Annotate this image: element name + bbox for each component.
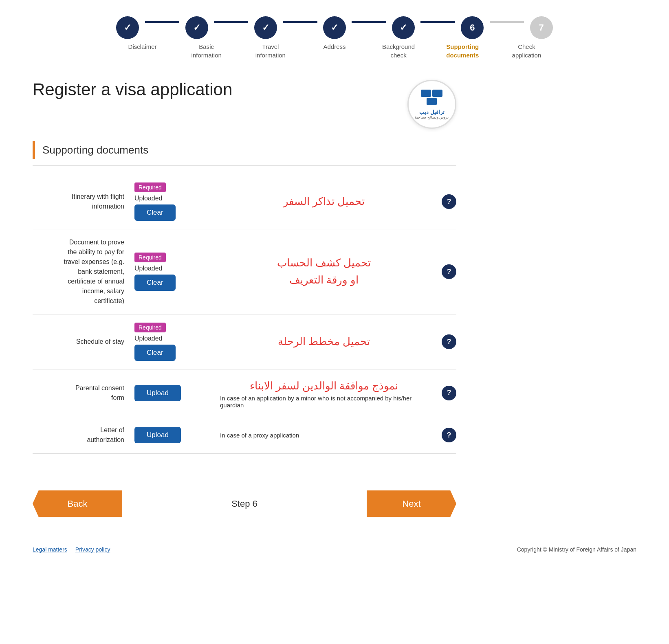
step-label-6: Supportingdocuments (431, 42, 495, 59)
step-item-4: ✓ (317, 16, 352, 39)
uploaded-text-schedule-stay: Uploaded (134, 335, 163, 342)
doc-help-itinerary: ? (436, 194, 456, 209)
required-badge-bank-statement: Required (134, 253, 166, 262)
doc-action-btn-letter-authorization[interactable]: Upload (134, 427, 181, 443)
progress-section: ✓✓✓✓✓67 DisclaimerBasicinformationTravel… (0, 0, 669, 72)
back-button[interactable]: Back (33, 490, 122, 517)
steps-labels-row: DisclaimerBasicinformationTravelinformat… (110, 42, 559, 59)
steps-row: ✓✓✓✓✓67 (110, 16, 559, 39)
doc-name-parental-consent: Parental consentform (33, 383, 130, 403)
step-connector-5 (420, 21, 455, 23)
doc-row-bank-statement: Document to provethe ability to pay fort… (33, 229, 456, 314)
help-btn-parental-consent[interactable]: ? (442, 386, 456, 400)
doc-center-bank-statement: تحميل كشف الحساباو ورقة التعريف (212, 255, 436, 288)
doc-action-btn-parental-consent[interactable]: Upload (134, 385, 181, 401)
step-label-3: Travelinformation (238, 42, 302, 59)
orange-bar (33, 141, 35, 159)
uploaded-text-bank-statement: Uploaded (134, 265, 163, 272)
step-circle-5: ✓ (392, 16, 415, 39)
logo: ترافيل ديب دروس ونصائح سياحية (407, 80, 456, 129)
bottom-nav: Back Step 6 Next (0, 478, 489, 530)
step-circle-7: 7 (530, 16, 553, 39)
doc-status-area-schedule-stay: RequiredUploadedClear (130, 323, 212, 361)
doc-row-parental-consent: Parental consentformUploadنموذج موافقة ا… (33, 369, 456, 417)
doc-row-schedule-stay: Schedule of stayRequiredUploadedClearتحم… (33, 314, 456, 369)
doc-action-btn-itinerary[interactable]: Clear (134, 204, 176, 221)
logo-subtitle: دروس ونصائح سياحية (415, 115, 449, 119)
doc-name-itinerary: Itinerary with flightinformation (33, 192, 130, 211)
doc-arabic-itinerary: تحميل تذاكر السفر (212, 193, 436, 210)
doc-help-bank-statement: ? (436, 264, 456, 279)
doc-name-letter-authorization: Letter ofauthorization (33, 425, 130, 445)
required-badge-itinerary: Required (134, 182, 166, 192)
documents-container: Itinerary with flightinformationRequired… (33, 174, 456, 454)
doc-center-letter-authorization: In case of a proxy application (212, 432, 436, 439)
footer-links: Legal matters Privacy policy (33, 546, 110, 553)
step-label-1: Disclaimer (110, 42, 174, 59)
doc-status-area-parental-consent: Upload (130, 385, 212, 401)
help-btn-schedule-stay[interactable]: ? (442, 334, 456, 349)
section-title: Supporting documents (42, 144, 148, 156)
help-btn-letter-authorization[interactable]: ? (442, 428, 456, 442)
required-badge-schedule-stay: Required (134, 323, 166, 332)
footer: Legal matters Privacy policy Copyright ©… (0, 538, 669, 561)
doc-help-letter-authorization: ? (436, 428, 456, 442)
legal-matters-link[interactable]: Legal matters (33, 546, 67, 553)
privacy-policy-link[interactable]: Privacy policy (75, 546, 110, 553)
svg-rect-2 (427, 98, 437, 105)
step-label-7: Checkapplication (495, 42, 559, 59)
step-connector-6 (490, 21, 524, 23)
footer-copyright: Copyright © Ministry of Foreign Affairs … (517, 546, 636, 553)
doc-arabic-bank-statement: تحميل كشف الحساباو ورقة التعريف (212, 255, 436, 288)
step-circle-3: ✓ (254, 16, 277, 39)
logo-shape (421, 90, 443, 108)
doc-status-area-letter-authorization: Upload (130, 427, 212, 443)
step-circle-1: ✓ (116, 16, 139, 39)
doc-help-parental-consent: ? (436, 386, 456, 400)
doc-arabic-schedule-stay: تحميل مخطط الرحلة (212, 333, 436, 350)
main-content: Register a visa application ترافيل ديب د… (0, 72, 489, 470)
doc-status-area-bank-statement: RequiredUploadedClear (130, 253, 212, 291)
doc-center-parental-consent: نموذج موافقة الوالدين لسفر الابناءIn cas… (212, 378, 436, 409)
step-item-1: ✓ (110, 16, 145, 39)
help-btn-itinerary[interactable]: ? (442, 194, 456, 209)
step-label-5: Backgroundcheck (367, 42, 431, 59)
doc-arabic-parental-consent: نموذج موافقة الوالدين لسفر الابناء (212, 378, 436, 395)
doc-name-schedule-stay: Schedule of stay (33, 337, 130, 347)
page-title: Register a visa application (33, 80, 232, 99)
doc-help-schedule-stay: ? (436, 334, 456, 349)
step-connector-2 (214, 21, 249, 23)
step-item-3: ✓ (248, 16, 283, 39)
svg-rect-0 (421, 90, 431, 97)
doc-center-schedule-stay: تحميل مخطط الرحلة (212, 333, 436, 350)
step-circle-6: 6 (461, 16, 484, 39)
svg-rect-1 (432, 90, 442, 97)
step-item-7: 7 (524, 16, 559, 39)
step-circle-2: ✓ (185, 16, 208, 39)
help-btn-bank-statement[interactable]: ? (442, 264, 456, 279)
step-connector-4 (352, 21, 386, 23)
next-button[interactable]: Next (367, 490, 456, 517)
logo-text-ar: ترافيل ديب (419, 109, 445, 115)
doc-note-letter-authorization: In case of a proxy application (212, 432, 436, 439)
step-indicator: Step 6 (231, 499, 257, 509)
uploaded-text-itinerary: Uploaded (134, 195, 163, 202)
step-label-4: Address (302, 42, 366, 59)
doc-row-itinerary: Itinerary with flightinformationRequired… (33, 174, 456, 229)
step-connector-1 (145, 21, 180, 23)
step-item-5: ✓ (386, 16, 421, 39)
doc-action-btn-bank-statement[interactable]: Clear (134, 275, 176, 291)
step-connector-3 (283, 21, 317, 23)
step-circle-4: ✓ (323, 16, 346, 39)
doc-action-btn-schedule-stay[interactable]: Clear (134, 345, 176, 361)
section-header: Supporting documents (33, 141, 456, 166)
step-item-2: ✓ (179, 16, 214, 39)
step-label-2: Basicinformation (174, 42, 238, 59)
page-header: Register a visa application ترافيل ديب د… (33, 80, 456, 129)
doc-row-letter-authorization: Letter ofauthorizationUploadIn case of a… (33, 417, 456, 454)
doc-status-area-itinerary: RequiredUploadedClear (130, 182, 212, 221)
doc-name-bank-statement: Document to provethe ability to pay fort… (33, 237, 130, 306)
doc-center-itinerary: تحميل تذاكر السفر (212, 193, 436, 210)
step-item-6: 6 (455, 16, 490, 39)
doc-note-parental-consent: In case of an application by a minor who… (212, 395, 436, 409)
